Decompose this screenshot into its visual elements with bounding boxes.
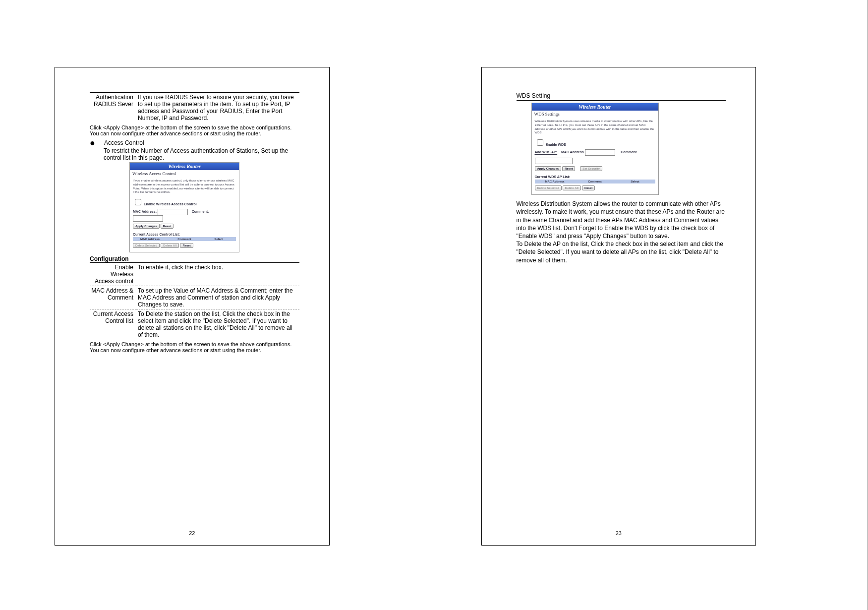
row2-val: To set up the Value of MAC Address & Com…: [136, 286, 299, 309]
list-title: Current Access Control List:: [133, 233, 236, 236]
reset2-button[interactable]: Reset: [582, 185, 595, 190]
wds-hr: [517, 100, 726, 101]
ss-desc: If you enable wireless access control, o…: [133, 179, 236, 194]
reset2-button[interactable]: Reset: [180, 243, 193, 248]
col-mac: MAC Address: [535, 180, 575, 183]
apply-note-1: Click <Apply Change> at the bottom of th…: [90, 124, 299, 136]
add-wds-label: Add WDS AP:: [535, 151, 558, 154]
wds-screenshot: Wireless Router WDS Settings Wireless Di…: [531, 103, 659, 195]
list-header: MAC Address Comment Select: [535, 180, 655, 183]
row2-label: MAC Address & Comment: [90, 286, 136, 309]
apply-button[interactable]: Apply Changes: [535, 166, 562, 171]
delete-all-button[interactable]: Delete All: [161, 243, 179, 248]
configuration-title: Configuration: [90, 255, 299, 262]
mac-input[interactable]: [585, 149, 615, 156]
ss-title: WDS Settings: [532, 111, 658, 118]
row3-label: Current Access Control list: [90, 309, 136, 340]
wds-paragraph-1: Wireless Distribution System allows the …: [517, 200, 726, 240]
reset-button[interactable]: Reset: [562, 166, 575, 171]
page-content: Authentication RADIUS Sever If you use R…: [55, 67, 330, 546]
col-comment: Comment: [575, 180, 615, 183]
page-number: 22: [55, 530, 329, 536]
page-23: WDS Setting Wireless Router WDS Settings…: [434, 0, 868, 610]
comment-label: Comment: [621, 151, 637, 154]
comment-input[interactable]: [535, 158, 573, 164]
enable-wac-checkbox[interactable]: [135, 199, 141, 205]
access-control-screenshot: Wireless Router Wireless Access Control …: [129, 162, 239, 252]
apply-button[interactable]: Apply Changes: [133, 224, 160, 229]
reset-button[interactable]: Reset: [161, 224, 174, 229]
config-table: Enable Wireless Access control To enable…: [90, 262, 299, 339]
enable-wds-label: Enable WDS: [545, 143, 566, 146]
row1-label: Enable Wireless Access control: [90, 263, 136, 286]
mac-label: MAC Address:: [133, 210, 157, 214]
comment-label: Comment:: [192, 210, 209, 214]
row1-val: To enable it, click the check box.: [136, 263, 299, 286]
delete-all-button[interactable]: Delete All: [563, 185, 581, 190]
ss-desc: Wireless Distribution System uses wirele…: [535, 120, 655, 135]
col-select: Select: [202, 238, 236, 241]
comment-input[interactable]: [133, 215, 163, 222]
access-control-title: Access Control: [104, 139, 144, 146]
enable-wds-checkbox[interactable]: [537, 139, 543, 146]
row3-val: To Delete the station on the list, Click…: [136, 309, 299, 340]
mac-label: MAC Address: [561, 151, 584, 154]
ss-brand: Wireless Router: [532, 103, 658, 111]
access-control-heading: ● Access Control: [90, 139, 299, 146]
enable-wac-label: Enable Wireless Access Control: [144, 202, 197, 206]
bullet-icon: ●: [90, 140, 95, 145]
ss-brand: Wireless Router: [130, 163, 239, 170]
col-comment: Comment: [167, 238, 201, 241]
list-title: Current WDS AP List:: [535, 175, 655, 179]
delete-selected-button[interactable]: Delete Selected: [535, 185, 562, 190]
wds-paragraph-2: To Delete the AP on the list, Click the …: [517, 240, 726, 264]
set-security-button[interactable]: Set Security: [580, 166, 602, 171]
apply-note-2: Click <Apply Change> at the bottom of th…: [90, 341, 299, 353]
wds-setting-title: WDS Setting: [517, 92, 726, 99]
page-number: 23: [482, 530, 756, 536]
auth-table: Authentication RADIUS Sever If you use R…: [90, 92, 299, 122]
auth-label: Authentication RADIUS Sever: [90, 93, 136, 123]
delete-selected-button[interactable]: Delete Selected: [133, 243, 160, 248]
auth-desc: If you use RADIUS Sever to ensure your s…: [136, 93, 299, 123]
page-content: WDS Setting Wireless Router WDS Settings…: [481, 67, 756, 546]
list-header: MAC Address Comment Select: [133, 237, 236, 241]
page-22: Authentication RADIUS Sever If you use R…: [0, 0, 434, 610]
col-select: Select: [615, 180, 655, 183]
col-mac: MAC Address: [133, 238, 167, 241]
ss-title: Wireless Access Control: [130, 170, 239, 177]
access-desc: To restrict the Number of Access authent…: [104, 147, 299, 161]
mac-input[interactable]: [158, 209, 188, 215]
